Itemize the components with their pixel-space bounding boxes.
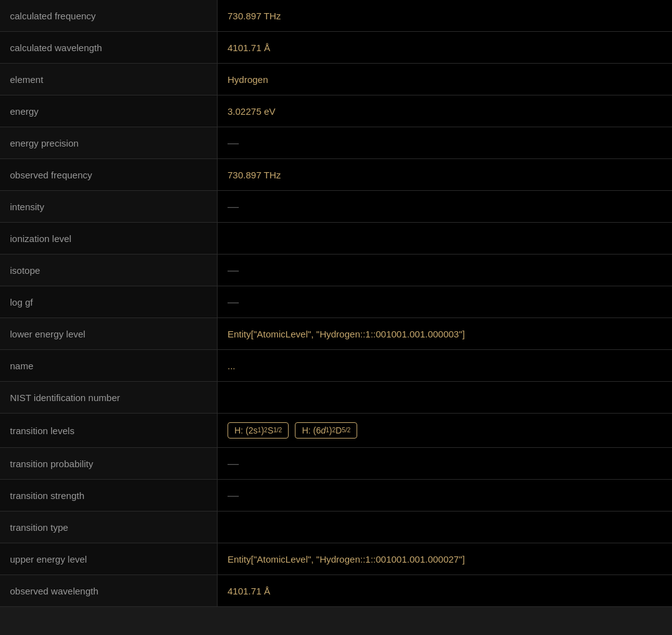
property-label: transition levels (0, 414, 218, 447)
property-value: — (218, 448, 672, 479)
property-label: calculated wavelength (0, 32, 218, 63)
property-value: — (218, 480, 672, 511)
properties-table: calculated frequency730.897 THzcalculate… (0, 0, 672, 607)
table-row: transition strength— (0, 480, 672, 511)
transition-badge-2: H: (6d1)2D5/2 (295, 422, 357, 439)
property-value: — (218, 286, 672, 318)
property-label: upper energy level (0, 543, 218, 574)
property-label: transition type (0, 511, 218, 543)
table-row: energy precision— (0, 127, 672, 159)
property-label: isotope (0, 254, 218, 286)
property-value (218, 223, 672, 254)
property-label: energy precision (0, 127, 218, 158)
table-row: NIST identification number (0, 382, 672, 414)
property-value: 730.897 THz (218, 0, 672, 31)
property-label: NIST identification number (0, 382, 218, 413)
table-row: ionization level (0, 223, 672, 254)
table-row: energy3.02275 eV (0, 95, 672, 127)
property-label: element (0, 64, 218, 95)
property-label: ionization level (0, 223, 218, 254)
transition-badge-1: H: (2s1)2S1/2 (228, 422, 289, 439)
property-value: Hydrogen (218, 64, 672, 95)
property-value: — (218, 254, 672, 286)
property-value (218, 511, 672, 543)
table-row: calculated wavelength4101.71 Å (0, 32, 672, 64)
property-value: H: (2s1)2S1/2H: (6d1)2D5/2 (218, 414, 672, 447)
property-label: transition probability (0, 448, 218, 479)
property-value: 4101.71 Å (218, 32, 672, 63)
property-value: ... (218, 350, 672, 381)
table-row: observed frequency730.897 THz (0, 159, 672, 191)
property-label: name (0, 350, 218, 381)
property-label: observed frequency (0, 159, 218, 190)
table-row: observed wavelength4101.71 Å (0, 575, 672, 607)
property-label: log gf (0, 286, 218, 318)
table-row: isotope— (0, 254, 672, 286)
property-value (218, 382, 672, 413)
table-row: intensity— (0, 191, 672, 223)
property-value: Entity["AtomicLevel", "Hydrogen::1::0010… (218, 543, 672, 574)
property-label: lower energy level (0, 318, 218, 349)
table-row: name... (0, 350, 672, 382)
property-value: Entity["AtomicLevel", "Hydrogen::1::0010… (218, 318, 672, 349)
property-value: — (218, 191, 672, 222)
table-row: transition levelsH: (2s1)2S1/2H: (6d1)2D… (0, 414, 672, 448)
property-label: calculated frequency (0, 0, 218, 31)
table-row: log gf— (0, 286, 672, 318)
property-value: 730.897 THz (218, 159, 672, 190)
table-row: transition probability— (0, 448, 672, 480)
table-row: elementHydrogen (0, 64, 672, 95)
property-label: energy (0, 95, 218, 127)
table-row: transition type (0, 511, 672, 543)
property-value: 3.02275 eV (218, 95, 672, 127)
property-value: 4101.71 Å (218, 575, 672, 606)
table-row: lower energy levelEntity["AtomicLevel", … (0, 318, 672, 350)
property-label: transition strength (0, 480, 218, 511)
table-row: calculated frequency730.897 THz (0, 0, 672, 32)
property-label: observed wavelength (0, 575, 218, 606)
property-value: — (218, 127, 672, 158)
table-row: upper energy levelEntity["AtomicLevel", … (0, 543, 672, 575)
property-label: intensity (0, 191, 218, 222)
